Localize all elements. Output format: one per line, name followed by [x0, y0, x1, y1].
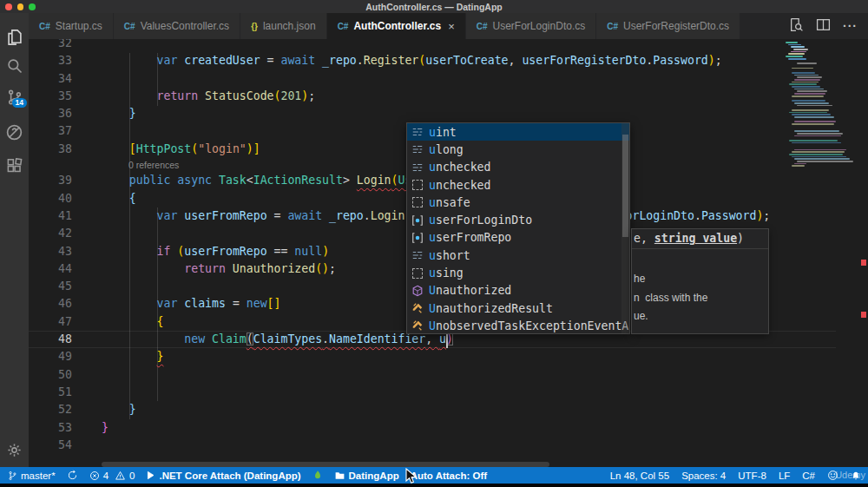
- line-number[interactable]: 44: [29, 260, 102, 278]
- debug-target-item[interactable]: .NET Core Attach (DatingApp): [146, 471, 300, 481]
- title-bar: AuthController.cs — DatingApp: [0, 0, 868, 13]
- debug-icon[interactable]: [0, 121, 29, 143]
- tab-label: Startup.cs: [56, 20, 102, 32]
- suggest-label: uint: [429, 126, 457, 139]
- git-branch-icon: [8, 471, 17, 481]
- suggest-label: UnauthorizedResult: [429, 302, 553, 315]
- csharp-file-icon: C#: [124, 22, 135, 31]
- search-icon[interactable]: [0, 55, 29, 77]
- code-text: [102, 70, 836, 88]
- line-number[interactable]: 43: [29, 243, 102, 260]
- suggest-item-unauthorized[interactable]: Unauthorized: [407, 282, 629, 299]
- source-control-icon[interactable]: 14: [0, 86, 29, 109]
- tab-userforlogindto-cs[interactable]: C#UserForLoginDto.cs: [466, 13, 597, 39]
- branch-name: master*: [21, 471, 56, 481]
- line-number[interactable]: 47: [29, 313, 102, 331]
- line-number[interactable]: 39: [29, 172, 102, 189]
- line-number[interactable]: 40: [29, 190, 102, 207]
- line-number[interactable]: 35: [29, 88, 102, 105]
- suggest-item-ulong[interactable]: ulong: [407, 141, 629, 158]
- open-changes-icon[interactable]: [789, 17, 804, 36]
- suggest-label: userFromRepo: [429, 231, 511, 244]
- suggest-item-using[interactable]: using: [407, 264, 629, 281]
- more-actions-icon[interactable]: ···: [843, 19, 858, 33]
- code-line: 33 var createdUser = await _repo.Registe…: [29, 52, 836, 69]
- zoom-window-button[interactable]: [29, 3, 36, 10]
- minimap[interactable]: [786, 42, 858, 168]
- tab-launch-json[interactable]: {}launch.json: [240, 13, 327, 39]
- tab-label: launch.json: [263, 20, 316, 32]
- suggest-scrollbar[interactable]: [621, 123, 629, 333]
- keyword-kind-icon: [410, 125, 424, 139]
- debug-target-label: .NET Core Attach (DatingApp): [159, 471, 300, 481]
- line-number[interactable]: 51: [29, 384, 102, 401]
- line-number[interactable]: 49: [29, 348, 102, 365]
- suggest-item-unchecked[interactable]: unchecked: [407, 159, 629, 176]
- vscode-window: AuthController.cs — DatingApp 14 C#Start…: [0, 0, 868, 487]
- line-number[interactable]: 38: [29, 141, 102, 158]
- line-number[interactable]: 36: [29, 105, 102, 122]
- line-number[interactable]: 33: [29, 52, 102, 69]
- auto-attach-item[interactable]: Auto Attach: Off: [411, 471, 487, 481]
- tab-valuescontroller-cs[interactable]: C#ValuesController.cs: [114, 13, 240, 39]
- code-text: [102, 366, 836, 384]
- code-editor[interactable]: 3233 var createdUser = await _repo.Regis…: [29, 39, 868, 467]
- signature-docs: he n class with the ue.: [632, 249, 768, 326]
- suggest-item-ushort[interactable]: ushort: [407, 247, 629, 264]
- signature-line: e, string value): [632, 229, 768, 249]
- class-kind-icon: [410, 319, 424, 332]
- split-editor-icon[interactable]: [816, 17, 831, 36]
- code-line: 34: [29, 70, 836, 88]
- class-kind-icon: [410, 301, 424, 315]
- line-number[interactable]: 41: [29, 207, 102, 225]
- code-line: 32: [29, 39, 836, 52]
- explorer-icon[interactable]: [0, 26, 29, 49]
- language-mode-item[interactable]: C#: [802, 471, 815, 481]
- minimize-window-button[interactable]: [17, 3, 24, 10]
- eol-item[interactable]: LF: [779, 471, 790, 481]
- tab-authcontroller-cs[interactable]: C#AuthController.cs×: [327, 13, 466, 39]
- tab-label: AuthController.cs: [353, 20, 441, 32]
- line-number[interactable]: 46: [29, 295, 102, 313]
- git-branch-item[interactable]: master*: [8, 471, 56, 481]
- line-number[interactable]: 32: [29, 39, 102, 52]
- overview-ruler-error-mark: [861, 312, 866, 318]
- close-tab-icon[interactable]: ×: [448, 20, 455, 33]
- line-number[interactable]: 53: [29, 419, 102, 437]
- code-line: 52 }: [29, 401, 836, 418]
- suggest-item-uint[interactable]: uint: [407, 123, 629, 141]
- line-number[interactable]: 37: [29, 122, 102, 140]
- udemy-watermark: Udemy: [835, 470, 865, 480]
- line-number[interactable]: 52: [29, 401, 102, 418]
- suggest-item-unsafe[interactable]: unsafe: [407, 194, 629, 211]
- suggest-item-userfromrepo[interactable]: userFromRepo: [407, 229, 629, 247]
- suggest-item-userforlogindto[interactable]: userForLoginDto: [407, 211, 629, 228]
- line-number[interactable]: 42: [29, 225, 102, 242]
- extensions-icon[interactable]: [0, 155, 29, 177]
- indentation-item[interactable]: Spaces: 4: [681, 471, 726, 481]
- suggest-item-unchecked[interactable]: unchecked: [407, 176, 629, 194]
- line-number[interactable]: 48: [29, 331, 102, 348]
- problems-item[interactable]: 4 0: [89, 471, 135, 481]
- tab-userforregisterdto-cs[interactable]: C#UserForRegisterDto.cs: [596, 13, 740, 39]
- keyword-kind-icon: [410, 248, 424, 262]
- close-window-button[interactable]: [5, 3, 12, 10]
- suggest-item-unobservedtaskexceptioneventargs[interactable]: UnobservedTaskExceptionEventArgs: [407, 317, 629, 334]
- keyword-kind-icon: [410, 142, 424, 156]
- line-number[interactable]: 45: [29, 278, 102, 295]
- tab-startup-cs[interactable]: C#Startup.cs: [29, 13, 114, 39]
- suggest-label: using: [429, 267, 464, 280]
- code-line: 50: [29, 366, 836, 384]
- encoding-item[interactable]: UTF-8: [738, 471, 766, 481]
- suggest-item-unauthorizedresult[interactable]: UnauthorizedResult: [407, 299, 629, 317]
- cursor-position-item[interactable]: Ln 48, Col 55: [610, 471, 669, 481]
- suggest-label: UnobservedTaskExceptionEventArgs: [429, 319, 629, 332]
- line-number[interactable]: 54: [29, 437, 102, 454]
- omnisharp-flame-item[interactable]: [312, 470, 323, 481]
- folder-item[interactable]: DatingApp: [334, 471, 399, 481]
- settings-gear-icon[interactable]: [0, 438, 29, 461]
- csharp-file-icon: C#: [477, 22, 488, 31]
- line-number[interactable]: 34: [29, 70, 102, 88]
- sync-item[interactable]: [67, 470, 78, 481]
- line-number[interactable]: 50: [29, 366, 102, 384]
